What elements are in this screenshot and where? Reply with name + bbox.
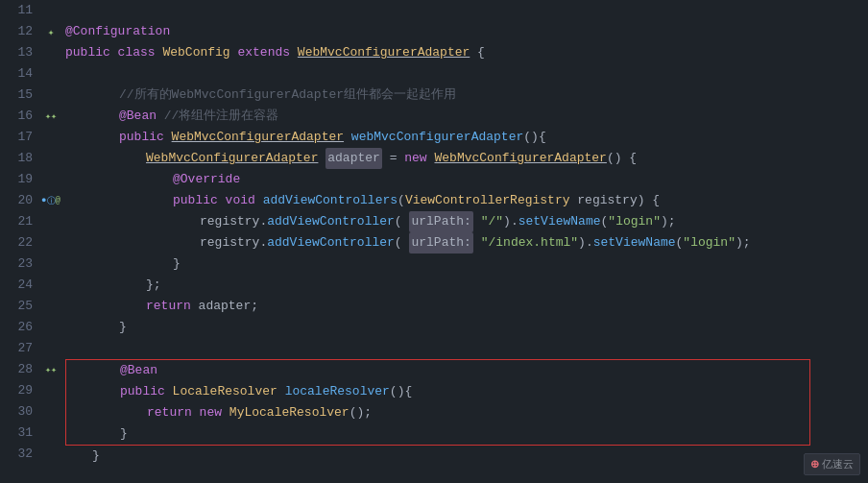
code-editor: 11 12 13 14 15 16 17 18 19 20 21 22 23 2… — [0, 0, 868, 483]
registry-22: registry. — [200, 232, 267, 254]
kw-void-20: void — [226, 190, 263, 211]
code-line-22: registry. addViewController ( urlPath: "… — [65, 232, 868, 254]
gutter-11 — [40, 0, 61, 21]
string-login-22: "login" — [683, 232, 735, 254]
gutter-12: ✦ — [40, 21, 61, 42]
gutter-21 — [40, 211, 61, 232]
watermark-text: 亿速云 — [822, 458, 854, 470]
plain-18c: () { — [607, 148, 637, 169]
registry-21: registry. — [200, 211, 267, 232]
watermark: ⊕ 亿速云 — [804, 453, 860, 475]
code-line-24: }; — [65, 275, 868, 296]
code-line-25: return adapter; — [65, 296, 868, 317]
gutter-17 — [40, 127, 61, 148]
code-line-15: //所有的WebMvcConfigurerAdapter组件都会一起起作用 — [65, 85, 868, 106]
code-area: @Configuration public class WebConfig ex… — [61, 0, 868, 483]
gutter-27 — [40, 338, 61, 359]
plain-18b: = — [382, 148, 404, 169]
ln-32: 32 — [8, 444, 33, 465]
code-line-27 — [65, 338, 868, 359]
ln-18: 18 — [8, 148, 33, 169]
method-setviewname-21: setViewName — [518, 211, 601, 232]
bean-icon-12[interactable]: ✦ — [48, 26, 55, 38]
plain-21e: ); — [661, 211, 676, 232]
plain-adapter-25: adapter; — [199, 296, 258, 317]
cn-webconfig: WebConfig — [162, 42, 237, 63]
code-line-16: @Bean //将组件注册在容器 — [65, 106, 868, 127]
plain-21a: ( — [395, 211, 410, 232]
gutter: ✦ ✦ ✦ ● ⓘ @ ✦ ✦ — [40, 0, 61, 483]
cn-webmvc-adapter-17: WebMvcConfigurerAdapter — [172, 127, 344, 148]
bean-icon-16b[interactable]: ✦ — [51, 110, 57, 122]
plain-20a: ( — [398, 190, 405, 211]
ln-21: 21 — [8, 211, 33, 232]
code-line-26: } — [65, 317, 868, 338]
gutter-20: ● ⓘ @ — [40, 190, 61, 211]
ln-13: 13 — [8, 42, 33, 63]
code-line-29: public LocaleResolver localeResolver (){ — [66, 381, 809, 402]
highlight-urlpath-21: urlPath: — [409, 211, 472, 232]
ln-23: 23 — [8, 254, 33, 275]
gutter-15 — [40, 85, 61, 106]
brace-23: } — [173, 254, 181, 275]
code-line-11 — [65, 0, 868, 21]
code-line-12: @Configuration — [65, 21, 868, 42]
method-addviewcontrollers: addViewControllers — [263, 190, 398, 211]
cn-webmvc-18b: WebMvcConfigurerAdapter — [434, 148, 606, 169]
gutter-24 — [40, 275, 61, 296]
annotation-bean-16: @Bean — [119, 106, 164, 127]
bean-icon-28b[interactable]: ✦ — [51, 364, 57, 375]
kw-new-30: new — [200, 402, 229, 423]
gutter-23 — [40, 254, 61, 275]
brace-semi-24: }; — [146, 275, 161, 296]
code-line-31: } — [66, 423, 809, 445]
annotation-configuration: @Configuration — [65, 21, 170, 42]
plain-30: (); — [350, 402, 372, 423]
cn-webmvc-adapter: WebMvcConfigurerAdapter — [298, 42, 470, 63]
gutter-25 — [40, 296, 61, 317]
kw-return-30: return — [147, 402, 200, 423]
kw-new-18: new — [404, 148, 434, 169]
ln-29: 29 — [8, 380, 33, 401]
highlight-adapter: adapter — [326, 148, 382, 169]
cn-mylocaleresolver: MyLocaleResolver — [229, 402, 350, 423]
method-localeresolver: localeResolver — [285, 381, 390, 402]
plain-29: (){ — [390, 381, 412, 402]
paren-17: (){ — [523, 127, 545, 148]
method-webmvc-adapter: webMvcConfigurerAdapter — [344, 127, 523, 148]
brace-31: } — [120, 423, 128, 445]
plain-22a: ( — [395, 232, 410, 254]
code-line-19: @Override — [65, 169, 868, 190]
string-slash: "/" — [481, 211, 503, 232]
ln-19: 19 — [8, 169, 33, 190]
kw-extends: extends — [237, 42, 297, 63]
gutter-30 — [40, 401, 61, 423]
ln-14: 14 — [8, 63, 33, 85]
string-login-21: "login" — [608, 211, 661, 232]
comment-15: //所有的WebMvcConfigurerAdapter组件都会一起起作用 — [119, 85, 456, 106]
line-numbers: 11 12 13 14 15 16 17 18 19 20 21 22 23 2… — [0, 0, 40, 483]
code-line-21: registry. addViewController ( urlPath: "… — [65, 211, 868, 232]
plain-21b — [473, 211, 481, 232]
kw-public-29: public — [120, 381, 173, 402]
string-index: "/index.html" — [481, 232, 578, 254]
gutter-32 — [40, 444, 61, 465]
ln-16: 16 — [8, 106, 33, 127]
watermark-logo: ⊕ — [810, 458, 819, 470]
comment-16: //将组件注册在容器 — [164, 106, 279, 127]
gutter-16: ✦ ✦ — [40, 106, 61, 127]
code-line-17: public WebMvcConfigurerAdapter webMvcCon… — [65, 127, 868, 148]
ln-30: 30 — [8, 401, 33, 423]
kw-class-13: class — [118, 42, 163, 63]
highlight-urlpath-22: urlPath: — [409, 232, 472, 254]
gutter-28: ✦ ✦ — [40, 359, 61, 380]
ln-11: 11 — [8, 0, 33, 21]
impl-icon-20b[interactable]: ⓘ — [47, 195, 56, 207]
gutter-18 — [40, 148, 61, 169]
gutter-19 — [40, 169, 61, 190]
annotation-override: @Override — [173, 169, 240, 190]
code-line-23: } — [65, 254, 868, 275]
impl-icon-20c[interactable]: @ — [56, 196, 60, 205]
ln-22: 22 — [8, 232, 33, 254]
ln-17: 17 — [8, 127, 33, 148]
